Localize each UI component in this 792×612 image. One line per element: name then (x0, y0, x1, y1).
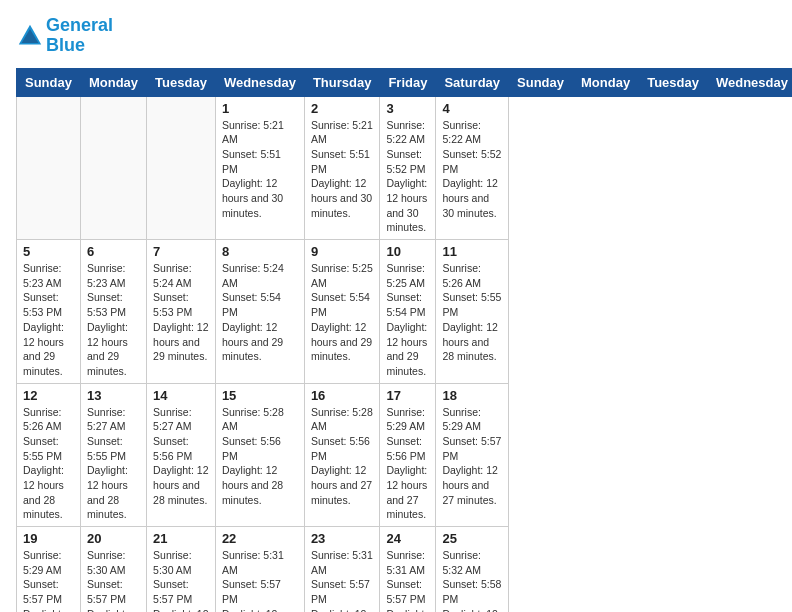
day-cell: 9Sunrise: 5:25 AM Sunset: 5:54 PM Daylig… (304, 240, 380, 384)
day-info: Sunrise: 5:29 AM Sunset: 5:56 PM Dayligh… (386, 405, 429, 523)
week-row-4: 19Sunrise: 5:29 AM Sunset: 5:57 PM Dayli… (17, 527, 793, 612)
col-header-monday: Monday (80, 68, 146, 96)
page-header: General Blue (16, 16, 776, 56)
day-info: Sunrise: 5:28 AM Sunset: 5:56 PM Dayligh… (311, 405, 374, 508)
day-number: 17 (386, 388, 429, 403)
logo-icon (16, 22, 44, 50)
day-number: 13 (87, 388, 140, 403)
day-number: 5 (23, 244, 74, 259)
day-info: Sunrise: 5:24 AM Sunset: 5:53 PM Dayligh… (153, 261, 209, 364)
day-number: 16 (311, 388, 374, 403)
day-number: 24 (386, 531, 429, 546)
week-row-3: 12Sunrise: 5:26 AM Sunset: 5:55 PM Dayli… (17, 383, 793, 527)
day-number: 10 (386, 244, 429, 259)
day-number: 20 (87, 531, 140, 546)
day-cell: 7Sunrise: 5:24 AM Sunset: 5:53 PM Daylig… (147, 240, 216, 384)
col-header-friday: Friday (380, 68, 436, 96)
day-info: Sunrise: 5:21 AM Sunset: 5:51 PM Dayligh… (222, 118, 298, 221)
logo: General Blue (16, 16, 113, 56)
day-cell (80, 96, 146, 240)
day-number: 3 (386, 101, 429, 116)
col-header-wednesday: Wednesday (707, 68, 792, 96)
day-number: 25 (442, 531, 502, 546)
col-header-tuesday: Tuesday (639, 68, 708, 96)
calendar-table: SundayMondayTuesdayWednesdayThursdayFrid… (16, 68, 792, 612)
day-number: 18 (442, 388, 502, 403)
day-number: 8 (222, 244, 298, 259)
day-info: Sunrise: 5:26 AM Sunset: 5:55 PM Dayligh… (442, 261, 502, 364)
day-cell: 20Sunrise: 5:30 AM Sunset: 5:57 PM Dayli… (80, 527, 146, 612)
day-cell: 25Sunrise: 5:32 AM Sunset: 5:58 PM Dayli… (436, 527, 509, 612)
day-number: 1 (222, 101, 298, 116)
day-cell: 4Sunrise: 5:22 AM Sunset: 5:52 PM Daylig… (436, 96, 509, 240)
day-info: Sunrise: 5:30 AM Sunset: 5:57 PM Dayligh… (87, 548, 140, 612)
day-cell: 14Sunrise: 5:27 AM Sunset: 5:56 PM Dayli… (147, 383, 216, 527)
day-number: 4 (442, 101, 502, 116)
day-cell: 22Sunrise: 5:31 AM Sunset: 5:57 PM Dayli… (215, 527, 304, 612)
day-cell: 3Sunrise: 5:22 AM Sunset: 5:52 PM Daylig… (380, 96, 436, 240)
day-info: Sunrise: 5:25 AM Sunset: 5:54 PM Dayligh… (311, 261, 374, 364)
day-info: Sunrise: 5:21 AM Sunset: 5:51 PM Dayligh… (311, 118, 374, 221)
day-cell: 2Sunrise: 5:21 AM Sunset: 5:51 PM Daylig… (304, 96, 380, 240)
col-header-thursday: Thursday (304, 68, 380, 96)
day-info: Sunrise: 5:31 AM Sunset: 5:57 PM Dayligh… (222, 548, 298, 612)
day-cell: 13Sunrise: 5:27 AM Sunset: 5:55 PM Dayli… (80, 383, 146, 527)
day-cell: 21Sunrise: 5:30 AM Sunset: 5:57 PM Dayli… (147, 527, 216, 612)
day-info: Sunrise: 5:31 AM Sunset: 5:57 PM Dayligh… (311, 548, 374, 612)
day-number: 22 (222, 531, 298, 546)
day-cell (17, 96, 81, 240)
day-number: 2 (311, 101, 374, 116)
header-row: SundayMondayTuesdayWednesdayThursdayFrid… (17, 68, 793, 96)
day-cell: 8Sunrise: 5:24 AM Sunset: 5:54 PM Daylig… (215, 240, 304, 384)
day-cell: 12Sunrise: 5:26 AM Sunset: 5:55 PM Dayli… (17, 383, 81, 527)
day-number: 6 (87, 244, 140, 259)
day-cell: 19Sunrise: 5:29 AM Sunset: 5:57 PM Dayli… (17, 527, 81, 612)
day-number: 12 (23, 388, 74, 403)
day-number: 14 (153, 388, 209, 403)
day-info: Sunrise: 5:24 AM Sunset: 5:54 PM Dayligh… (222, 261, 298, 364)
day-info: Sunrise: 5:30 AM Sunset: 5:57 PM Dayligh… (153, 548, 209, 612)
day-info: Sunrise: 5:22 AM Sunset: 5:52 PM Dayligh… (386, 118, 429, 236)
day-info: Sunrise: 5:27 AM Sunset: 5:56 PM Dayligh… (153, 405, 209, 508)
day-cell: 24Sunrise: 5:31 AM Sunset: 5:57 PM Dayli… (380, 527, 436, 612)
day-cell: 6Sunrise: 5:23 AM Sunset: 5:53 PM Daylig… (80, 240, 146, 384)
day-info: Sunrise: 5:31 AM Sunset: 5:57 PM Dayligh… (386, 548, 429, 612)
day-cell: 10Sunrise: 5:25 AM Sunset: 5:54 PM Dayli… (380, 240, 436, 384)
day-cell: 16Sunrise: 5:28 AM Sunset: 5:56 PM Dayli… (304, 383, 380, 527)
day-info: Sunrise: 5:26 AM Sunset: 5:55 PM Dayligh… (23, 405, 74, 523)
day-info: Sunrise: 5:25 AM Sunset: 5:54 PM Dayligh… (386, 261, 429, 379)
col-header-sunday: Sunday (509, 68, 573, 96)
day-info: Sunrise: 5:23 AM Sunset: 5:53 PM Dayligh… (87, 261, 140, 379)
col-header-tuesday: Tuesday (147, 68, 216, 96)
day-number: 21 (153, 531, 209, 546)
day-cell (147, 96, 216, 240)
day-info: Sunrise: 5:29 AM Sunset: 5:57 PM Dayligh… (442, 405, 502, 508)
col-header-saturday: Saturday (436, 68, 509, 96)
day-cell: 23Sunrise: 5:31 AM Sunset: 5:57 PM Dayli… (304, 527, 380, 612)
day-info: Sunrise: 5:28 AM Sunset: 5:56 PM Dayligh… (222, 405, 298, 508)
day-info: Sunrise: 5:32 AM Sunset: 5:58 PM Dayligh… (442, 548, 502, 612)
day-cell: 1Sunrise: 5:21 AM Sunset: 5:51 PM Daylig… (215, 96, 304, 240)
day-number: 19 (23, 531, 74, 546)
col-header-wednesday: Wednesday (215, 68, 304, 96)
day-number: 15 (222, 388, 298, 403)
day-number: 7 (153, 244, 209, 259)
day-number: 9 (311, 244, 374, 259)
day-cell: 15Sunrise: 5:28 AM Sunset: 5:56 PM Dayli… (215, 383, 304, 527)
week-row-1: 1Sunrise: 5:21 AM Sunset: 5:51 PM Daylig… (17, 96, 793, 240)
day-info: Sunrise: 5:23 AM Sunset: 5:53 PM Dayligh… (23, 261, 74, 379)
day-cell: 18Sunrise: 5:29 AM Sunset: 5:57 PM Dayli… (436, 383, 509, 527)
day-number: 11 (442, 244, 502, 259)
day-info: Sunrise: 5:29 AM Sunset: 5:57 PM Dayligh… (23, 548, 74, 612)
col-header-monday: Monday (573, 68, 639, 96)
day-number: 23 (311, 531, 374, 546)
week-row-2: 5Sunrise: 5:23 AM Sunset: 5:53 PM Daylig… (17, 240, 793, 384)
day-info: Sunrise: 5:27 AM Sunset: 5:55 PM Dayligh… (87, 405, 140, 523)
day-cell: 5Sunrise: 5:23 AM Sunset: 5:53 PM Daylig… (17, 240, 81, 384)
day-cell: 17Sunrise: 5:29 AM Sunset: 5:56 PM Dayli… (380, 383, 436, 527)
logo-text: General Blue (46, 16, 113, 56)
day-cell: 11Sunrise: 5:26 AM Sunset: 5:55 PM Dayli… (436, 240, 509, 384)
day-info: Sunrise: 5:22 AM Sunset: 5:52 PM Dayligh… (442, 118, 502, 221)
col-header-sunday: Sunday (17, 68, 81, 96)
